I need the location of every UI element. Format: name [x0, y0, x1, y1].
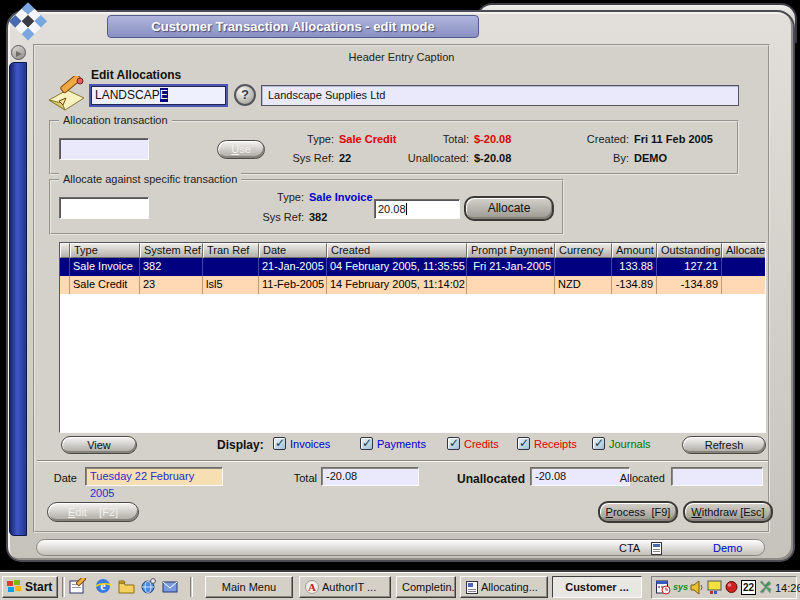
col-amount[interactable]: Amount: [612, 243, 657, 258]
process-button[interactable]: Process [F9]: [598, 501, 678, 523]
payments-checkbox[interactable]: [360, 437, 373, 450]
header-entry-caption: Header Entry Caption: [35, 51, 768, 63]
allocation-transaction-group: Allocation transaction Use Type: Sale Cr…: [49, 120, 739, 175]
app-logo-icon: [8, 2, 48, 42]
quicklaunch-folder-icon[interactable]: [118, 578, 135, 595]
display-label: Display:: [217, 438, 264, 452]
display-bar: View Display: Invoices Payments Credits …: [59, 434, 766, 456]
filter-label: Invoices: [290, 438, 330, 450]
filter-label: Receipts: [534, 438, 577, 450]
allocation-lookup-input[interactable]: [59, 138, 149, 160]
transactions-table: Type System Ref Tran Ref Date Created Pr…: [59, 242, 766, 433]
specific-sys-ref-label: Sys Ref:: [219, 211, 304, 223]
cell-prompt-payment: Fri 21-Jan-2005: [467, 258, 555, 276]
divider: [37, 460, 768, 462]
filter-credits[interactable]: Credits: [447, 437, 499, 450]
allocated-footer-field: [671, 467, 763, 486]
cell-outstanding: 127.21: [657, 258, 722, 276]
filter-journals[interactable]: Journals: [592, 437, 651, 450]
allocated-footer-label: Allocated: [610, 472, 665, 484]
col-system-ref[interactable]: System Ref: [140, 243, 203, 258]
use-button[interactable]: Use: [217, 140, 265, 159]
total-value: $-20.08: [474, 133, 511, 145]
taskbar-button-customer[interactable]: Customer ...: [552, 576, 642, 598]
quicklaunch-mail-icon[interactable]: [162, 578, 179, 595]
tray-app-icon[interactable]: [724, 580, 739, 595]
date-field: Tuesday 22 February 2005: [85, 467, 223, 486]
unallocated-footer-label: Unallocated: [425, 472, 525, 486]
cell-date: 11-Feb-2005: [259, 276, 327, 294]
task-label: Completin...: [402, 581, 456, 593]
specific-lookup-input[interactable]: [59, 197, 149, 219]
cell-amount: -134.89: [612, 276, 657, 294]
authorit-icon: A: [305, 580, 319, 594]
tray-sys-icon[interactable]: sys: [673, 580, 688, 595]
credits-checkbox[interactable]: [447, 437, 460, 450]
edit-note-icon: [47, 76, 87, 114]
cell-tran-ref: [203, 258, 259, 276]
col-prompt-payment[interactable]: Prompt Payment: [467, 243, 555, 258]
tray-scheduler-icon[interactable]: [656, 580, 671, 595]
col-created[interactable]: Created: [327, 243, 467, 258]
document-icon: [651, 542, 662, 557]
tray-network-icon[interactable]: [758, 580, 773, 595]
taskbar-button-main-menu[interactable]: Main Menu: [205, 576, 293, 598]
side-toggle-button[interactable]: [11, 45, 26, 60]
start-label: Start: [25, 580, 52, 594]
help-button[interactable]: ?: [234, 84, 256, 106]
quicklaunch-globe-icon[interactable]: [140, 578, 157, 595]
created-label: Created:: [544, 133, 629, 145]
specific-sys-ref-value: 382: [309, 211, 327, 223]
date-label: Date: [45, 472, 77, 484]
edit-button[interactable]: Edit [F2]: [47, 502, 139, 522]
taskbar-clock: 14:26: [775, 582, 800, 594]
table-row-sale-credit[interactable]: Sale Credit 23 lsl5 11-Feb-2005 14 Febru…: [60, 276, 766, 294]
total-label: Total:: [384, 133, 469, 145]
invoices-checkbox[interactable]: [273, 437, 286, 450]
col-allocated[interactable]: Allocated: [722, 243, 766, 258]
task-label: Main Menu: [222, 581, 276, 593]
receipts-checkbox[interactable]: [517, 437, 530, 450]
cell-type: Sale Invoice: [70, 258, 140, 276]
view-button[interactable]: View: [61, 436, 137, 454]
taskbar-button-authorit[interactable]: A AuthorIT ...: [299, 576, 391, 598]
account-code-input[interactable]: LANDSCAPE: [89, 84, 228, 107]
taskbar-button-allocating[interactable]: Allocating...: [460, 576, 548, 598]
tray-date-icon[interactable]: 22: [741, 580, 756, 595]
withdraw-button[interactable]: Withdraw [Esc]: [683, 501, 773, 523]
specific-type-label: Type:: [219, 191, 304, 203]
allocate-specific-group: Allocate against specific transaction Ty…: [49, 179, 564, 235]
sys-ref-label: Sys Ref:: [259, 152, 334, 164]
specific-type-value: Sale Invoice: [309, 191, 373, 203]
taskbar-button-completing[interactable]: Completin...: [396, 576, 456, 598]
tray-chart-icon[interactable]: [707, 580, 722, 595]
table-row-sale-invoice[interactable]: Sale Invoice 382 21-Jan-2005 04 February…: [60, 258, 766, 276]
allocate-button[interactable]: Allocate: [464, 196, 554, 221]
col-tran-ref[interactable]: Tran Ref: [203, 243, 259, 258]
task-label: Customer ...: [565, 581, 629, 593]
filter-receipts[interactable]: Receipts: [517, 437, 577, 450]
left-accent-bar: [9, 62, 27, 536]
tray-volume-icon[interactable]: [690, 580, 705, 595]
account-name-field: Landscape Supplies Ltd: [261, 85, 739, 106]
col-selector[interactable]: [60, 243, 70, 258]
col-currency[interactable]: Currency: [555, 243, 612, 258]
task-label: AuthorIT ...: [322, 581, 376, 593]
journals-checkbox[interactable]: [592, 437, 605, 450]
start-button[interactable]: Start: [2, 576, 58, 598]
system-tray: sys 22 14:26: [651, 576, 797, 599]
amount-input[interactable]: 20.08: [374, 199, 460, 219]
refresh-button[interactable]: Refresh: [682, 436, 766, 454]
account-code-text: LANDSCAP: [95, 88, 160, 102]
col-date[interactable]: Date: [259, 243, 327, 258]
text-caret: [406, 203, 407, 215]
quicklaunch-notes-icon[interactable]: [69, 578, 86, 595]
col-type[interactable]: Type: [70, 243, 140, 258]
filter-payments[interactable]: Payments: [360, 437, 426, 450]
col-outstanding[interactable]: Outstanding: [657, 243, 722, 258]
cell-tran-ref: lsl5: [203, 276, 259, 294]
cell-prompt-payment: [467, 276, 555, 294]
filter-invoices[interactable]: Invoices: [273, 437, 330, 450]
filter-label: Credits: [464, 438, 499, 450]
quicklaunch-browser-icon[interactable]: e: [95, 578, 112, 595]
